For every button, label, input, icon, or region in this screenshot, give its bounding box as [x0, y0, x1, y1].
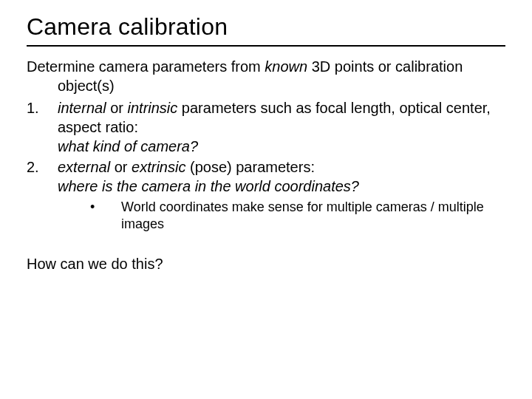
item1-intrinsic: intrinsic: [128, 100, 178, 116]
numbered-list: 1. internal or intrinsic parameters such…: [27, 98, 505, 233]
item1-internal: internal: [58, 100, 106, 116]
intro-known: known: [265, 58, 307, 75]
title-underline: [27, 45, 505, 47]
item2-question: where is the camera in the world coordin…: [58, 178, 359, 194]
intro-pre: Determine camera parameters from: [27, 58, 265, 75]
list-item-1: 1. internal or intrinsic parameters such…: [27, 98, 505, 156]
item2-rest: (pose) parameters:: [185, 159, 315, 175]
sub-bullet-1-text: World coordinates make sense for multipl…: [121, 200, 484, 231]
sub-bullet-list: • World coordinates make sense for multi…: [58, 199, 505, 233]
item2-extrinsic: extrinsic: [132, 159, 185, 175]
list-number-2: 2.: [27, 157, 50, 177]
slide-body: Determine camera parameters from known 3…: [27, 57, 505, 273]
item2-or: or: [110, 159, 132, 175]
sub-bullet-1: • World coordinates make sense for multi…: [90, 199, 505, 233]
slide-title: Camera calibration: [27, 13, 505, 41]
intro-line: Determine camera parameters from known 3…: [27, 57, 505, 95]
slide: Camera calibration Determine camera para…: [0, 0, 532, 399]
list-item-2: 2. external or extrinsic (pose) paramete…: [27, 157, 505, 233]
closing-question: How can we do this?: [27, 254, 505, 273]
item2-external: external: [58, 159, 110, 175]
item1-or: or: [106, 100, 128, 116]
item1-question: what kind of camera?: [58, 138, 198, 154]
list-number-1: 1.: [27, 98, 50, 117]
bullet-icon: •: [90, 199, 95, 216]
